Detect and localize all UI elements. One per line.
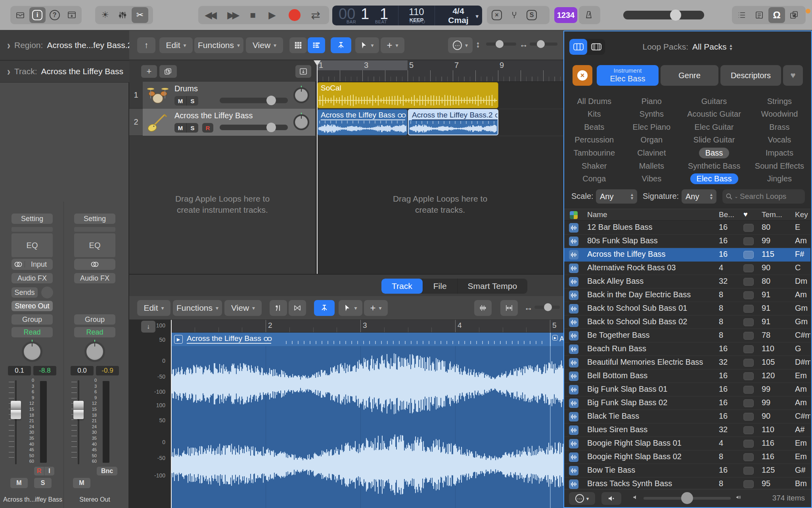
vertical-zoom-slider[interactable] <box>486 42 516 46</box>
setting-button[interactable]: Setting <box>74 214 115 224</box>
flex-button[interactable] <box>270 300 287 316</box>
category-piano[interactable]: Piano <box>624 95 680 108</box>
mixer-icon[interactable] <box>114 7 131 23</box>
edit-menu[interactable]: Edit▾ <box>159 37 193 53</box>
category-slide-guitar[interactable]: Slide Guitar <box>680 134 749 147</box>
eq-plugin-slot[interactable]: EQ <box>11 233 53 257</box>
list-item[interactable]: 80s Funk Slap Bass1699Am <box>564 235 810 248</box>
loop-waveform-icon[interactable] <box>569 344 578 354</box>
speaker-button[interactable] <box>601 492 621 505</box>
list-item[interactable]: Back to School Sub Bass 01891Gm <box>564 302 810 316</box>
disclosure-icon[interactable]: › <box>7 65 10 78</box>
region-socal[interactable]: SoCal <box>317 82 498 108</box>
no-overlap-icon[interactable]: × <box>488 7 505 23</box>
master-volume-knob[interactable] <box>670 10 681 21</box>
editor-playhead[interactable] <box>171 320 172 508</box>
list-item[interactable]: Big Funk Slap Bass 021699Am <box>564 396 810 410</box>
category-bass[interactable]: Bass <box>680 146 749 160</box>
lcd-chevron-icon[interactable]: ▾ <box>475 13 479 20</box>
loop-waveform-icon[interactable] <box>569 291 578 300</box>
pan-knob[interactable] <box>84 341 105 362</box>
mute-button[interactable]: M <box>10 478 28 488</box>
favorite-checkbox[interactable] <box>743 237 754 245</box>
favorite-checkbox[interactable] <box>743 264 754 272</box>
list-item[interactable]: Bell Bottom Bass16120Em <box>564 369 810 383</box>
loop-pack-grid-icon[interactable] <box>570 211 578 219</box>
category-sound-effects[interactable]: Sound Effects <box>749 160 810 173</box>
loop-waveform-icon[interactable] <box>569 398 578 408</box>
playhead-marker[interactable] <box>314 60 321 66</box>
list-item[interactable]: Back in the Day Electric Bass891Am <box>564 289 810 302</box>
loop-waveform-icon[interactable] <box>569 264 578 273</box>
solo-button[interactable]: S <box>186 96 198 106</box>
list-item[interactable]: Be Together Bass878C#m <box>564 329 810 343</box>
editor-zoom-knob[interactable] <box>544 303 552 311</box>
loop-waveform-icon[interactable] <box>569 304 578 314</box>
pointer-tool-menu[interactable]: ▾ <box>339 300 362 316</box>
loop-browser-icon[interactable]: Ω <box>768 7 785 23</box>
list-item[interactable]: Back Alley Bass3280Dm <box>564 275 810 289</box>
loop-waveform-icon[interactable] <box>569 237 578 246</box>
track-header-bass[interactable]: 2 Across the Liffey Bass MS R <box>129 109 315 136</box>
loop-waveform-icon[interactable] <box>569 412 578 421</box>
list-item[interactable]: Back to School Sub Bass 02891Gm <box>564 316 810 329</box>
list-item[interactable]: Beautiful Memories Electric Bass32105D#m <box>564 356 810 369</box>
track-volume-knob[interactable] <box>266 123 276 132</box>
favorite-checkbox[interactable] <box>743 453 754 461</box>
list-item[interactable]: Black Tie Bass1690C#m <box>564 410 810 423</box>
region-inspector-row[interactable]: › Region: Across the...fey Bass.2 <box>0 31 129 60</box>
track-header-drums[interactable]: 1 Drums MS <box>129 82 315 109</box>
filter-tab-instrument[interactable]: Instrument Elec Bass <box>597 65 659 86</box>
category-mallets[interactable]: Mallets <box>624 160 680 173</box>
loop-waveform-icon[interactable] <box>569 385 578 394</box>
gain-plugin-slot[interactable] <box>74 227 115 232</box>
favorite-checkbox[interactable] <box>743 224 754 232</box>
track-pan-knob[interactable] <box>293 114 309 130</box>
setting-button[interactable]: Setting <box>11 214 53 224</box>
favorite-checkbox[interactable] <box>743 332 754 340</box>
metronome-icon[interactable] <box>580 7 597 23</box>
mute-button[interactable]: M <box>174 123 186 133</box>
record-button[interactable] <box>289 9 301 21</box>
peak-value[interactable]: -0.9 <box>96 366 119 375</box>
stereo-format-button[interactable] <box>74 259 115 270</box>
editor-ruler[interactable]: 2345 <box>171 320 563 333</box>
gain-value[interactable]: 0.0 <box>71 366 94 375</box>
track-volume-slider[interactable] <box>220 98 288 103</box>
gain-value[interactable]: 0.1 <box>8 366 31 375</box>
input-slot[interactable]: Input <box>11 259 53 270</box>
loop-waveform-icon[interactable] <box>569 358 578 368</box>
category-acoustic-guitar[interactable]: Acoustic Guitar <box>680 108 749 121</box>
favorites-heart-button[interactable]: ♥ <box>783 65 803 86</box>
favorite-checkbox[interactable] <box>743 305 754 313</box>
tab-track[interactable]: Track <box>381 279 423 294</box>
notes-icon[interactable] <box>751 7 768 23</box>
favorite-checkbox[interactable] <box>743 440 754 448</box>
category-elec-bass[interactable]: Elec Bass <box>680 172 749 185</box>
playback-options-menu[interactable]: ⋯▾ <box>569 492 595 505</box>
category-all-drums[interactable]: All Drums <box>565 95 624 108</box>
gain-plugin-slot[interactable] <box>11 227 53 232</box>
loop-waveform-icon[interactable] <box>569 318 578 327</box>
count-in-button[interactable]: 1234 <box>554 7 577 23</box>
category-beats[interactable]: Beats <box>565 121 624 134</box>
loop-waveform-icon[interactable] <box>569 331 578 341</box>
category-synths[interactable]: Synths <box>624 108 680 121</box>
track-volume-knob[interactable] <box>266 96 276 105</box>
favorite-checkbox[interactable] <box>743 372 754 380</box>
quick-help-icon[interactable]: ? <box>46 7 63 23</box>
inspector-toggle-info-icon[interactable]: i <box>29 7 46 23</box>
category-clavinet[interactable]: Clavinet <box>624 146 680 160</box>
crossfade-button[interactable] <box>289 300 306 316</box>
fader-cap[interactable] <box>11 401 21 419</box>
loop-waveform-icon[interactable] <box>569 371 578 381</box>
list-item[interactable]: Alternative Rock Bass 03490C <box>564 262 810 275</box>
eq-plugin-slot[interactable]: EQ <box>74 233 115 257</box>
brightness-icon[interactable]: ☀ <box>97 7 113 23</box>
favorite-checkbox[interactable] <box>743 278 754 286</box>
rewind-button[interactable]: ◀◀ <box>205 10 217 21</box>
loop-waveform-icon[interactable] <box>569 277 578 287</box>
cycle-range[interactable] <box>317 60 408 70</box>
edit-menu[interactable]: Edit▾ <box>137 300 170 316</box>
record-enable-button[interactable]: R <box>202 123 213 133</box>
